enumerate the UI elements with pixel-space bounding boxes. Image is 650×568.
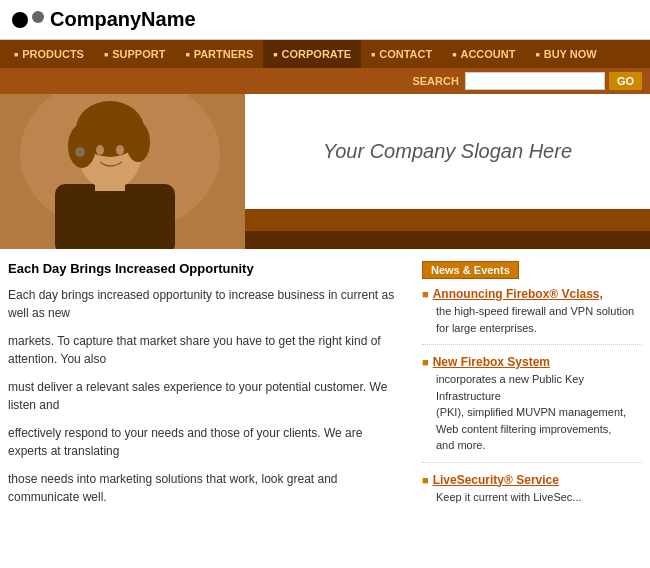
- nav-contact[interactable]: CONTACT: [361, 40, 442, 68]
- left-para-3: must deliver a relevant sales experience…: [8, 378, 398, 414]
- hero-section: Your Company Slogan Here: [0, 94, 650, 249]
- news-title-2[interactable]: New Firebox System: [433, 355, 550, 369]
- navbar: PRODUCTS SUPPORT PARTNERS CORPORATE CONT…: [0, 40, 650, 68]
- slogan-area: Your Company Slogan Here: [245, 94, 650, 209]
- news-title-1[interactable]: Announcing Firebox® Vclass,: [433, 287, 603, 301]
- nav-partners[interactable]: PARTNERS: [175, 40, 263, 68]
- header: CompanyName: [0, 0, 650, 40]
- nav-account[interactable]: ACCOUNT: [442, 40, 525, 68]
- news-item-1: ■Announcing Firebox® Vclass, the high-sp…: [422, 287, 642, 345]
- news-bullet-3-icon: ■: [422, 474, 429, 486]
- logo-circle-gray-icon: [32, 11, 44, 23]
- nav-buy-now[interactable]: BUY NOW: [525, 40, 606, 68]
- svg-point-6: [68, 124, 96, 168]
- left-column: Each Day Brings Increased Opportunity Ea…: [8, 261, 406, 523]
- right-column: News & Events ■Announcing Firebox® Vclas…: [422, 261, 642, 523]
- hero-bar-1: [245, 209, 650, 231]
- left-para-1: Each day brings increased opportunity to…: [8, 286, 398, 322]
- main-content: Each Day Brings Increased Opportunity Ea…: [0, 249, 650, 531]
- svg-point-10: [75, 147, 85, 157]
- news-item-1-header: ■Announcing Firebox® Vclass,: [422, 287, 642, 301]
- svg-point-7: [126, 122, 150, 162]
- news-desc-2: incorporates a new Public Key Infrastruc…: [422, 371, 642, 454]
- left-heading: Each Day Brings Increased Opportunity: [8, 261, 398, 276]
- hero-right: Your Company Slogan Here: [245, 94, 650, 249]
- news-bullet-2-icon: ■: [422, 356, 429, 368]
- news-desc-1: the high-speed firewall and VPN solution…: [422, 303, 642, 336]
- news-item-2-header: ■New Firebox System: [422, 355, 642, 369]
- logo-text: CompanyName: [50, 8, 196, 31]
- search-label: SEARCH: [412, 75, 458, 87]
- hero-bar-2: [245, 231, 650, 249]
- svg-point-8: [96, 145, 104, 155]
- news-item-3: ■LiveSecurity® Service Keep it current w…: [422, 473, 642, 514]
- hero-image: [0, 94, 245, 249]
- slogan-text: Your Company Slogan Here: [323, 140, 572, 163]
- search-input[interactable]: [465, 72, 605, 90]
- nav-corporate[interactable]: CORPORATE: [263, 40, 361, 68]
- left-para-2: markets. To capture that market share yo…: [8, 332, 398, 368]
- logo-circle-black-icon: [12, 12, 28, 28]
- search-go-button[interactable]: GO: [609, 72, 642, 90]
- news-bullet-1-icon: ■: [422, 288, 429, 300]
- news-badge: News & Events: [422, 261, 519, 279]
- left-para-5: those needs into marketing solutions tha…: [8, 470, 398, 506]
- news-desc-3: Keep it current with LiveSec...: [422, 489, 642, 506]
- search-bar: SEARCH GO: [0, 68, 650, 94]
- svg-rect-2: [55, 184, 175, 249]
- left-para-4: effectively respond to your needs and th…: [8, 424, 398, 460]
- news-item-2: ■New Firebox System incorporates a new P…: [422, 355, 642, 463]
- nav-support[interactable]: SUPPORT: [94, 40, 175, 68]
- news-title-3[interactable]: LiveSecurity® Service: [433, 473, 559, 487]
- news-item-3-header: ■LiveSecurity® Service: [422, 473, 642, 487]
- nav-products[interactable]: PRODUCTS: [4, 40, 94, 68]
- svg-point-9: [116, 145, 124, 155]
